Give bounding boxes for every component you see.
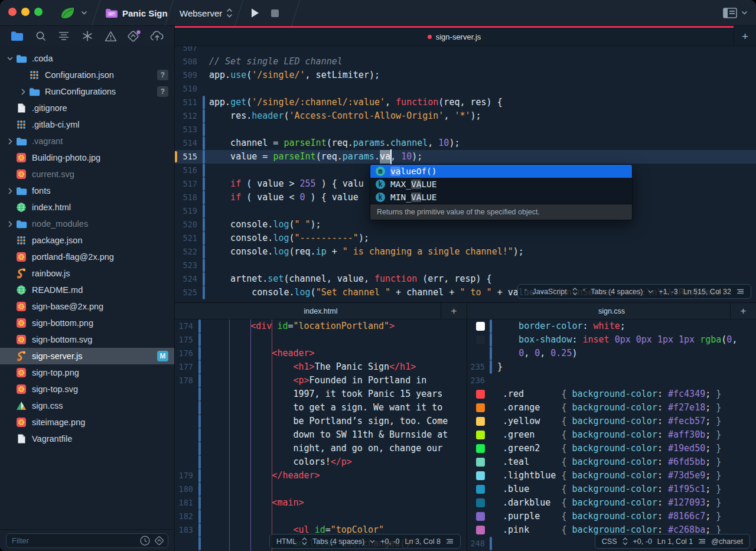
editor-status-bar[interactable]: HTML Tabs (4 spaces) +0, -0 Ln 3, Col 8 <box>269 534 461 549</box>
language-mode-selector[interactable]: JavaScript <box>532 288 566 296</box>
code-line[interactable]: be Portland’s sign, too. Come <box>175 415 467 428</box>
sidebar-item-sign-base@2x.png[interactable]: sign-base@2x.png <box>0 298 174 315</box>
target-selector[interactable]: Webserver <box>180 0 233 26</box>
sidebar-item-rainbow.js[interactable]: rainbow.js <box>0 265 174 282</box>
code-line[interactable]: down to SW 11th & Burnside at <box>175 428 467 442</box>
code-line[interactable]: 174 <div id="locationPortland"> <box>175 319 467 333</box>
sidebar-item-package.json[interactable]: package.json <box>0 232 174 249</box>
tab-sign-server-js[interactable]: sign-server.js <box>175 28 734 45</box>
sidebar-item-portland-flag@2x.png[interactable]: portland-flag@2x.png <box>0 249 174 265</box>
language-mode-selector[interactable]: HTML <box>276 537 296 546</box>
code-line[interactable]: 181 <main> <box>175 496 467 510</box>
publish-filter-icon[interactable] <box>154 535 165 546</box>
project-switcher[interactable]: Panic Sign <box>105 0 168 26</box>
sidebar-item-Vagrantfile[interactable]: Vagrantfile <box>0 431 174 447</box>
validation-warning-icon[interactable] <box>103 29 118 43</box>
code-line[interactable]: .lightblue { background-color: #73d5e9; … <box>467 469 756 482</box>
indent-mode-selector[interactable]: Tabs (4 spaces) <box>312 537 364 546</box>
sidebar-item-RunConfigurations[interactable]: RunConfigurations? <box>0 83 174 100</box>
chevron-right-icon[interactable] <box>8 221 12 227</box>
recent-clock-icon[interactable] <box>139 535 151 546</box>
code-line[interactable]: 235} <box>467 360 756 374</box>
code-line[interactable]: 509app.use('/single/', setLimiter); <box>175 69 756 82</box>
language-mode-selector[interactable]: CSS <box>602 537 617 546</box>
code-line[interactable]: 511app.get('/single/:channel/:value', fu… <box>175 96 756 109</box>
sidebar-item-sign-bottom.svg[interactable]: sign-bottom.svg <box>0 331 174 348</box>
autocomplete-item[interactable]: mvalueOf() <box>370 165 632 178</box>
new-tab-button[interactable]: + <box>441 303 467 319</box>
sync-cloud-icon[interactable] <box>149 29 165 43</box>
code-line[interactable]: .orange { background-color: #f27e18; } <box>467 401 756 415</box>
stop-button[interactable] <box>271 0 279 26</box>
sidebar-item-README.md[interactable]: README.md <box>0 282 174 298</box>
code-line[interactable]: 514 channel = parseInt(req.params.channe… <box>175 136 756 150</box>
sidebar-item-sign.css[interactable]: sign.css <box>0 397 174 414</box>
code-line[interactable]: 176 <header> <box>175 347 467 360</box>
zoom-window-button[interactable] <box>34 8 43 16</box>
indent-mode-selector[interactable]: Tabs (4 spaces) <box>591 288 643 296</box>
sidebar-item-Building-photo.jpg[interactable]: Building-photo.jpg <box>0 149 174 166</box>
sidebar-item-sign-top.png[interactable]: sign-top.png <box>0 364 174 381</box>
chevron-right-icon[interactable] <box>8 138 12 145</box>
publish-icon[interactable] <box>126 29 142 43</box>
run-button[interactable] <box>250 0 260 26</box>
minimize-window-button[interactable] <box>21 8 30 16</box>
clips-asterisk-icon[interactable] <box>80 29 95 43</box>
menu-icon[interactable] <box>737 289 744 294</box>
code-line[interactable]: colors!</p> <box>175 455 467 469</box>
code-line[interactable]: .yellow { background-color: #fecb57; } <box>467 415 756 428</box>
symbols-navigator-icon[interactable] <box>56 29 71 43</box>
code-line[interactable]: .teal { background-color: #6fd5bb; } <box>467 455 756 469</box>
code-line[interactable]: .darkblue { background-color: #127093; } <box>467 496 756 510</box>
close-window-button[interactable] <box>8 8 17 16</box>
files-tab-icon[interactable] <box>9 29 25 43</box>
charset-indicator[interactable]: @charset <box>711 537 743 546</box>
app-menu-button[interactable] <box>59 0 87 26</box>
code-line[interactable]: 522 console.log(req.ip + " is changing a… <box>175 245 756 259</box>
code-line[interactable]: 513 <box>175 123 756 136</box>
new-tab-button[interactable]: + <box>730 303 756 319</box>
sidebar-item-Configuration.json[interactable]: Configuration.json? <box>0 67 174 83</box>
chevron-right-icon[interactable] <box>21 89 25 95</box>
sidebar-item-sign-bottom.png[interactable]: sign-bottom.png <box>0 315 174 331</box>
menu-icon[interactable] <box>698 539 706 544</box>
code-line[interactable]: 512 res.header('Access-Control-Allow-Ori… <box>175 109 756 123</box>
code-line[interactable]: .blue { background-color: #1f95c1; } <box>467 482 756 496</box>
sidebar-item-sign-server.js[interactable]: sign-server.jsM <box>0 348 174 364</box>
code-line[interactable]: border-color: white; <box>467 319 756 333</box>
sidebar-item-node_modules[interactable]: node_modules <box>0 216 174 232</box>
code-line[interactable]: 182 <box>175 510 467 523</box>
sidebar-item-.gitlab-ci.yml[interactable]: .gitlab-ci.yml <box>0 116 174 133</box>
code-line[interactable]: 178 <p>Founded in Portland in <box>175 374 467 387</box>
code-line[interactable]: 507 <box>175 46 756 55</box>
pane-header[interactable]: index.html + <box>175 303 467 319</box>
code-line[interactable]: 180 <box>175 482 467 496</box>
new-tab-button[interactable]: + <box>734 28 756 45</box>
code-line[interactable]: 515 value = parseInt(req.params.va, 10); <box>175 150 756 164</box>
code-line[interactable]: .red { background-color: #fc4349; } <box>467 387 756 401</box>
layout-switcher[interactable] <box>723 0 748 26</box>
chevron-down-icon[interactable] <box>7 57 13 61</box>
code-line[interactable]: 521 console.log("----------"); <box>175 232 756 245</box>
sidebar-item-index.html[interactable]: index.html <box>0 199 174 216</box>
code-line[interactable]: to get a sign. We want it to <box>175 401 467 415</box>
code-line[interactable]: 179 </header> <box>175 469 467 482</box>
code-line[interactable]: .green2 { background-color: #19ed50; } <box>467 442 756 455</box>
sidebar-item-sign-top.svg[interactable]: sign-top.svg <box>0 381 174 397</box>
code-line[interactable]: night, and go on, change our <box>175 442 467 455</box>
code-line[interactable]: 510 <box>175 82 756 96</box>
code-line[interactable]: 177 <h1>The Panic Sign</h1> <box>175 360 467 374</box>
autocomplete-item[interactable]: kMAX_VALUE <box>370 178 632 191</box>
sidebar-item-.vagrant[interactable]: .vagrant <box>0 133 174 149</box>
editor-status-bar[interactable]: CSS +0, -0 Ln 1, Col 1 @charset <box>595 534 750 549</box>
pane-header[interactable]: sign.css + <box>467 303 756 319</box>
autocomplete-item[interactable]: kMIN_VALUE <box>370 191 632 204</box>
code-line[interactable]: 523 <box>175 259 756 272</box>
sidebar-item-current.svg[interactable]: current.svg <box>0 166 174 182</box>
editor-status-bar[interactable]: “ JavaScript “ Tabs (4 spaces) +1, -3 Ln… <box>517 284 751 299</box>
chevron-right-icon[interactable] <box>8 188 12 194</box>
code-line[interactable]: 236 <box>467 374 756 387</box>
sidebar-item-fonts[interactable]: fonts <box>0 182 174 199</box>
code-line[interactable]: 175 <box>175 333 467 347</box>
code-line[interactable]: box-shadow: inset 0px 0px 1px 1px rgba(0… <box>467 333 756 347</box>
